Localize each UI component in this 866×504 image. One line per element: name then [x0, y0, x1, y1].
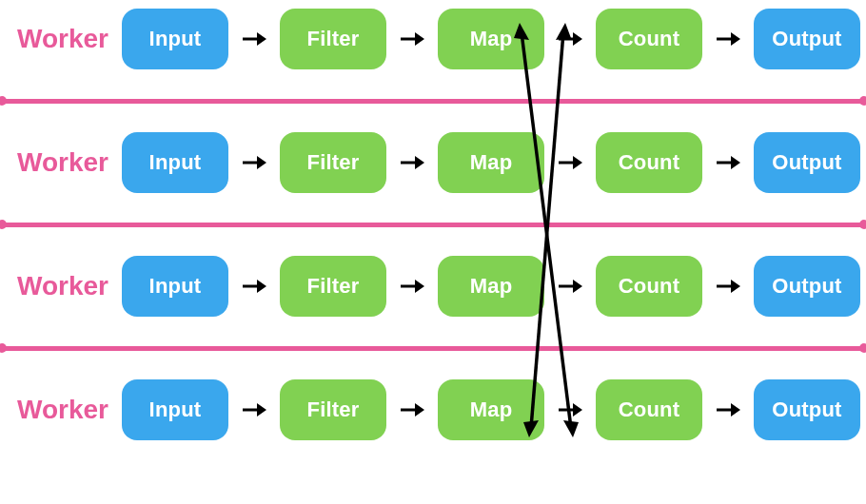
node-map: Map — [438, 256, 544, 317]
node-label: Map — [470, 274, 513, 299]
node-label: Input — [149, 27, 202, 51]
node-filter: Filter — [280, 9, 386, 69]
svg-marker-23 — [731, 280, 740, 293]
node-output: Output — [754, 379, 860, 440]
arrow-right-icon — [400, 278, 424, 295]
svg-marker-9 — [257, 156, 266, 169]
node-input: Input — [122, 132, 228, 193]
worker-lane-4: Worker Input Filter Map Count Output — [0, 371, 866, 449]
svg-marker-21 — [573, 280, 582, 293]
arrow-right-icon — [716, 401, 740, 418]
worker-lane-3: Worker Input Filter Map Count Output — [0, 247, 866, 325]
node-label: Filter — [307, 274, 360, 299]
arrow-right-icon — [242, 278, 266, 295]
node-count: Count — [596, 379, 702, 440]
svg-marker-27 — [415, 403, 424, 417]
svg-marker-7 — [731, 32, 740, 46]
svg-marker-5 — [573, 32, 582, 46]
worker-label: Worker — [17, 147, 108, 178]
node-count: Count — [596, 256, 702, 317]
node-label: Map — [470, 27, 513, 51]
node-input: Input — [122, 379, 228, 440]
arrow-right-icon — [716, 154, 740, 171]
svg-marker-11 — [415, 156, 424, 169]
worker-lane-2: Worker Input Filter Map Count Output — [0, 124, 866, 202]
node-label: Map — [470, 397, 513, 422]
node-map: Map — [438, 9, 544, 69]
node-label: Filter — [307, 150, 360, 175]
node-label: Input — [149, 274, 202, 299]
node-input: Input — [122, 9, 228, 69]
arrow-right-icon — [716, 30, 740, 48]
node-count: Count — [596, 132, 702, 193]
node-filter: Filter — [280, 132, 386, 193]
node-label: Filter — [307, 397, 360, 422]
svg-marker-15 — [731, 156, 740, 169]
lane-separator — [0, 78, 866, 124]
node-input: Input — [122, 256, 228, 317]
node-label: Count — [619, 274, 680, 299]
node-output: Output — [754, 132, 860, 193]
svg-marker-13 — [573, 156, 582, 169]
node-map: Map — [438, 379, 544, 440]
node-label: Output — [772, 150, 841, 175]
node-filter: Filter — [280, 256, 386, 317]
arrow-right-icon — [242, 154, 266, 171]
node-filter: Filter — [280, 379, 386, 440]
svg-marker-1 — [257, 32, 266, 46]
arrow-right-icon — [400, 154, 424, 171]
worker-label: Worker — [17, 271, 108, 301]
node-label: Filter — [307, 27, 360, 51]
svg-marker-17 — [257, 280, 266, 293]
arrow-right-icon — [716, 278, 740, 295]
svg-marker-19 — [415, 280, 424, 293]
node-label: Input — [149, 150, 202, 175]
arrow-right-icon — [242, 30, 266, 48]
arrow-right-icon — [558, 30, 582, 48]
node-count: Count — [596, 9, 702, 69]
lane-separator — [0, 202, 866, 247]
svg-marker-31 — [731, 403, 740, 417]
arrow-right-icon — [558, 401, 582, 418]
node-output: Output — [754, 9, 860, 69]
worker-label: Worker — [17, 24, 108, 54]
node-label: Input — [149, 397, 202, 422]
arrow-right-icon — [242, 401, 266, 418]
arrow-right-icon — [558, 278, 582, 295]
svg-marker-3 — [415, 32, 424, 46]
node-map: Map — [438, 132, 544, 193]
node-label: Count — [619, 397, 680, 422]
svg-marker-29 — [573, 403, 582, 417]
node-label: Output — [772, 27, 841, 51]
node-output: Output — [754, 256, 860, 317]
arrow-right-icon — [558, 154, 582, 171]
worker-lane-1: Worker Input Filter Map Count Output — [0, 0, 866, 78]
node-label: Map — [470, 150, 513, 175]
lane-separator — [0, 325, 866, 371]
node-label: Output — [772, 274, 841, 299]
node-label: Count — [619, 27, 680, 51]
svg-marker-25 — [257, 403, 266, 417]
node-label: Count — [619, 150, 680, 175]
node-label: Output — [772, 397, 841, 422]
arrow-right-icon — [400, 401, 424, 418]
worker-label: Worker — [17, 395, 108, 425]
arrow-right-icon — [400, 30, 424, 48]
